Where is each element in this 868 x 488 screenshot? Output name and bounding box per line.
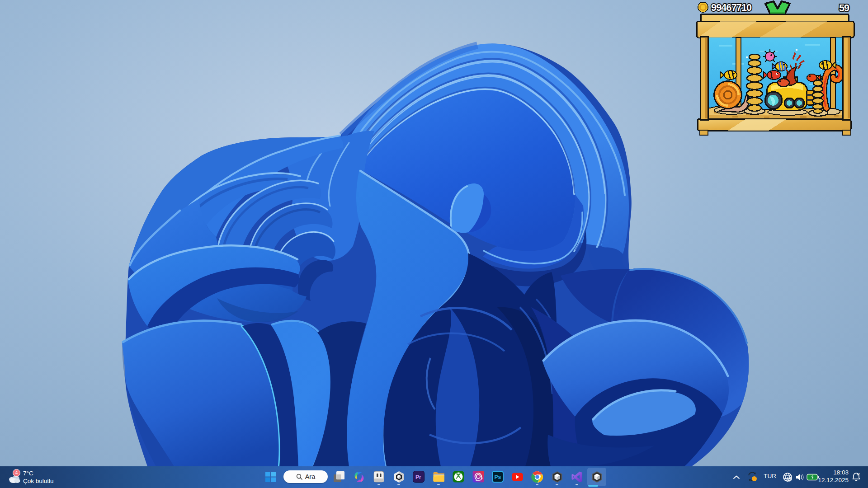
svg-text:99467710: 99467710 [711, 2, 752, 13]
svg-text:Pr: Pr [415, 474, 421, 480]
svg-text:z: z [859, 472, 860, 475]
svg-text:59: 59 [839, 3, 849, 14]
svg-text:Ps: Ps [495, 474, 501, 480]
